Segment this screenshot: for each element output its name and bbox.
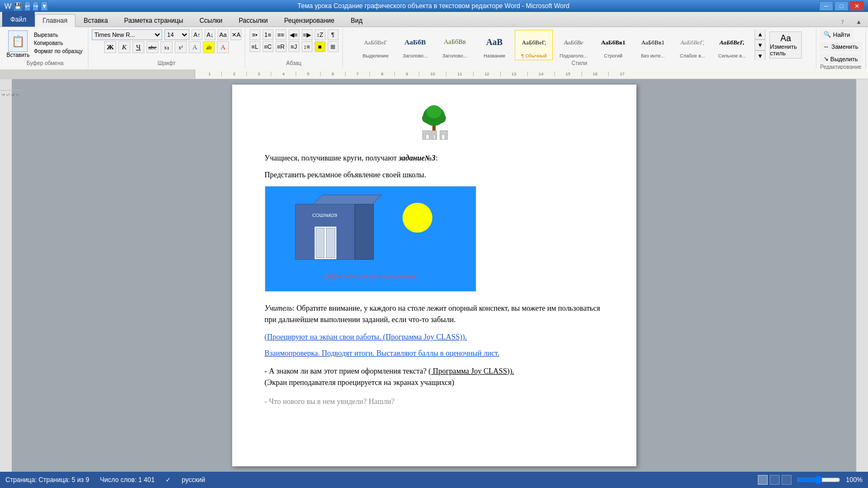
font-name-select[interactable]: Times New R... xyxy=(92,29,162,40)
page-container[interactable]: Учащиеся, получившие круги, получают зад… xyxy=(12,79,856,472)
font-shrink-button[interactable]: A↓ xyxy=(205,29,215,40)
view-print-button[interactable] xyxy=(758,475,768,485)
school-3d-building: СОШ№629 xyxy=(295,195,382,260)
align-left-button[interactable]: ≡L xyxy=(250,41,260,52)
select-button[interactable]: ↘ Выделить xyxy=(820,54,862,64)
link1[interactable]: (Проецируют на экран свои работы. (Прогр… xyxy=(265,333,604,342)
style-subtitle[interactable]: АаБбВе Подзаголо... xyxy=(554,30,592,60)
style-strict[interactable]: АаБбВв1 Строгий xyxy=(594,30,632,60)
minimize-button[interactable]: ─ xyxy=(819,1,833,11)
undo-quick[interactable]: ↩ xyxy=(24,1,30,11)
advert-box: СОШ№629 Добро пожаловать в нашу школу xyxy=(265,186,476,292)
zoom-slider[interactable] xyxy=(797,476,840,484)
styles-group-label: Стили xyxy=(571,60,587,67)
style-heading1[interactable]: АаБбВ Заголово... xyxy=(396,30,434,60)
format-paint-button[interactable]: Формат по образцу xyxy=(31,48,85,55)
ribbon-group-paragraph: ≡• 1≡ ≡≡ ◀≡ ≡▶ ↕Z ¶ ≡L ≡C ≡R ≡J ↕≡ ■ ⊞ А… xyxy=(245,28,343,68)
style-title[interactable]: АаВ Название xyxy=(475,30,513,60)
clear-format-button[interactable]: ✕A xyxy=(231,29,241,40)
ribbon-content: 📋 Вставить Вырезать Копировать Формат по… xyxy=(0,27,868,69)
strikethrough-button[interactable]: abc xyxy=(146,41,158,53)
paste-label: Вставить xyxy=(7,52,29,58)
multilevel-button[interactable]: ≡≡ xyxy=(276,29,286,40)
ribbon-group-styles: АаБбВеГ Выделение АаБбВ Заголово... АаБб… xyxy=(343,28,816,68)
underline-button[interactable]: Ч xyxy=(132,41,144,53)
styles-more[interactable]: ▼ xyxy=(755,50,765,61)
numbering-button[interactable]: 1≡ xyxy=(263,29,273,40)
subscript-button[interactable]: x₂ xyxy=(161,41,173,53)
zoom-level: 100% xyxy=(846,476,863,484)
tab-layout[interactable]: Разметка страницы xyxy=(116,14,192,27)
save-quick[interactable]: 💾 xyxy=(14,1,22,11)
style-weak[interactable]: АаБбВеГ, Слабое в... xyxy=(673,30,711,60)
tab-mailings[interactable]: Рассылки xyxy=(231,14,276,27)
align-right-button[interactable]: ≡R xyxy=(276,41,286,52)
font-size-select[interactable]: 14 xyxy=(164,29,189,40)
spelling-icon: ✓ xyxy=(165,476,171,484)
replace-icon: ↔ xyxy=(824,43,829,50)
change-case-button[interactable]: Аа xyxy=(218,29,228,40)
close-button[interactable]: ✕ xyxy=(850,1,864,11)
redo-quick[interactable]: ↪ xyxy=(33,1,39,11)
tab-view[interactable]: Вид xyxy=(342,14,371,27)
show-marks-button[interactable]: ¶ xyxy=(328,29,339,40)
superscript-button[interactable]: x² xyxy=(175,41,187,53)
style-no-space[interactable]: АаБбВв1 Без инте... xyxy=(634,30,672,60)
document-page: Учащиеся, получившие круги, получают зад… xyxy=(232,85,636,466)
font-grow-button[interactable]: A↑ xyxy=(192,29,202,40)
font-color-button[interactable]: A xyxy=(217,41,229,53)
style-normal[interactable]: АаБбВеГ, ¶ Обычный xyxy=(515,30,553,60)
maximize-button[interactable]: □ xyxy=(834,1,848,11)
tree-image-container xyxy=(265,101,604,142)
align-center-button[interactable]: ≡C xyxy=(263,41,273,52)
word-count-info: Число слов: 1 401 xyxy=(100,476,155,484)
italic-button[interactable]: К xyxy=(118,41,130,53)
styles-scroll-down[interactable]: ▼ xyxy=(755,40,765,50)
tab-review[interactable]: Рецензирование xyxy=(276,14,343,27)
increase-indent-button[interactable]: ≡▶ xyxy=(302,29,312,40)
svg-rect-9 xyxy=(433,134,435,139)
link2[interactable]: Взаимопроверка. Подводят итоги. Выставля… xyxy=(265,349,604,358)
styles-gallery: АаБбВеГ Выделение АаБбВ Заголово... АаБб… xyxy=(356,29,802,60)
decrease-indent-button[interactable]: ◀≡ xyxy=(289,29,299,40)
borders-button[interactable]: ⊞ xyxy=(328,41,339,52)
change-style-button[interactable]: Аа Изменить стиль xyxy=(769,31,802,59)
copy-button[interactable]: Копировать xyxy=(31,40,85,47)
ribbon-help[interactable]: ? xyxy=(835,17,850,27)
styles-scroll-up[interactable]: ▲ xyxy=(755,29,765,40)
line-spacing-button[interactable]: ↕≡ xyxy=(302,41,312,52)
welcome-text: Добро пожаловать в нашу школу xyxy=(324,272,417,280)
find-button[interactable]: 🔍 Найти xyxy=(820,29,854,40)
left-sidebar: 2 3 4 5 6 7 xyxy=(0,79,12,472)
text-effect-button[interactable]: A xyxy=(189,41,201,53)
quick-access-more[interactable]: ▼ xyxy=(41,1,48,11)
style-heading2[interactable]: АаБбВв Заголово... xyxy=(436,30,474,60)
clipboard-group-label: Буфер обмена xyxy=(27,60,63,67)
ribbon-minimize[interactable]: ▲ xyxy=(852,17,866,27)
bold-button[interactable]: Ж xyxy=(104,41,116,53)
style-strong[interactable]: АаБбВеГ, Сильное в... xyxy=(713,30,751,60)
paragraph-group-label: Абзац xyxy=(286,60,302,67)
ribbon-group-font: Times New R... 14 A↑ A↓ Аа ✕A Ж К Ч abc … xyxy=(88,28,245,68)
view-fullscreen-button[interactable] xyxy=(770,475,780,485)
cut-button[interactable]: Вырезать xyxy=(31,31,85,38)
bullets-button[interactable]: ≡• xyxy=(250,29,260,40)
tab-file[interactable]: Файл xyxy=(2,11,35,27)
ribbon-group-editing: 🔍 Найти ↔ Заменить ↘ Выделить Редактиров… xyxy=(816,28,866,68)
paragraph3: - А знаком ли вам этот прием оформления … xyxy=(265,365,604,388)
justify-button[interactable]: ≡J xyxy=(289,41,299,52)
title-bar: W 💾 ↩ ↪ ▼ Тема урока Создание графическо… xyxy=(0,0,868,12)
replace-button[interactable]: ↔ Заменить xyxy=(820,42,862,52)
highlight-button[interactable]: ab xyxy=(203,41,215,53)
svg-point-4 xyxy=(426,105,442,118)
view-web-button[interactable] xyxy=(782,475,792,485)
tab-insert[interactable]: Вставка xyxy=(75,14,116,27)
paragraph1-end: : xyxy=(436,154,438,162)
style-selection[interactable]: АаБбВеГ Выделение xyxy=(356,30,394,60)
sort-button[interactable]: ↕Z xyxy=(315,29,326,40)
teacher-colon: : Обратите внимание, у каждого на столе … xyxy=(265,304,601,324)
paste-button[interactable]: 📋 Вставить xyxy=(5,29,30,60)
tab-references[interactable]: Ссылки xyxy=(192,14,231,27)
tab-home[interactable]: Главная xyxy=(35,14,76,27)
shading-button[interactable]: ■ xyxy=(315,41,326,52)
